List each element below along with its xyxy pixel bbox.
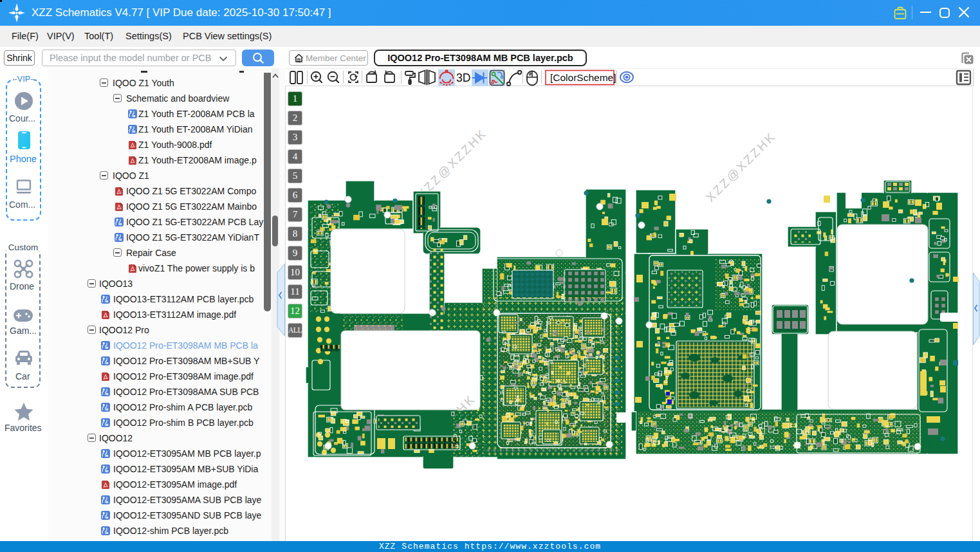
svg-text:XZZ@XZZHK: XZZ@XZZHK xyxy=(703,129,779,205)
svg-text:XZZ@XZZHK: XZZ@XZZHK xyxy=(414,126,490,201)
svg-text:[ColorScheme]: [ColorScheme] xyxy=(550,72,616,83)
svg-text:3D: 3D xyxy=(456,71,470,84)
